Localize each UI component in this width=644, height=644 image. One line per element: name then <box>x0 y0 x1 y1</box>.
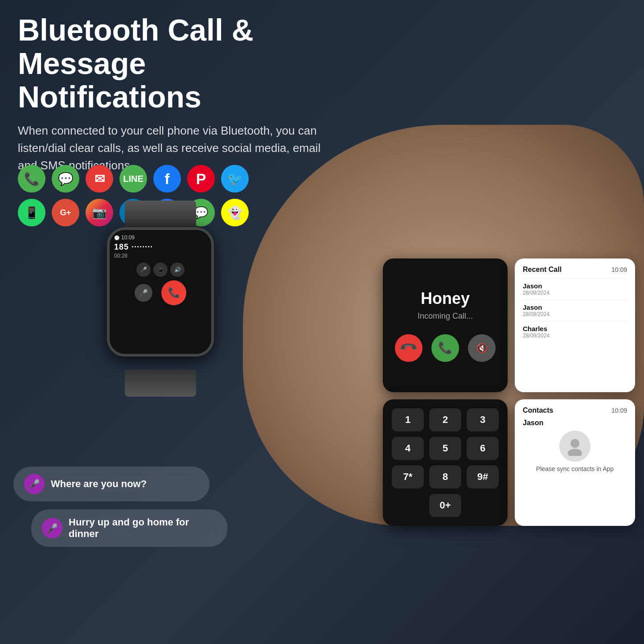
facebook-icon[interactable]: f <box>153 165 181 193</box>
dialpad-key-0[interactable]: 0+ <box>429 494 461 517</box>
voice-bubbles-container: 🎤 Where are you now? 🎤 Hurry up and go h… <box>13 467 236 555</box>
call-status: Incoming Call... <box>418 312 473 321</box>
call-entry-name-1: Jason <box>523 282 627 290</box>
call-entry-name-3: Charles <box>523 325 627 332</box>
watch-call-duration: 00:28 <box>114 253 207 259</box>
gplus-icon[interactable]: G+ <box>52 199 79 226</box>
watch-controls: 🎤 📱 🔊 <box>114 263 207 277</box>
decline-call-button[interactable]: 📞 <box>389 328 428 368</box>
whatsapp-icon[interactable]: 📱 <box>18 199 45 226</box>
dialpad-key-4[interactable]: 4 <box>392 437 424 460</box>
contacts-title: Contacts <box>523 406 553 414</box>
pinterest-icon[interactable]: P <box>187 165 215 193</box>
voice-bubble-2: 🎤 Hurry up and go home for dinner <box>31 509 227 547</box>
call-entry-1: Jason 28/09/2024 <box>523 278 627 299</box>
cards-bottom-row: 1 2 3 4 5 6 7* 8 9# 0+ Contacts 10:09 Ja… <box>383 399 635 526</box>
watch-call-actions: 🎤 📞 <box>114 280 207 305</box>
watch-answer-btn[interactable]: 📞 <box>161 280 186 305</box>
watch-mute-btn[interactable]: 🎤 <box>136 263 151 277</box>
contacts-card: Contacts 10:09 Jason Please sync contact… <box>515 399 635 526</box>
watch-body: 🕐 10:09 185 ········ 00:28 🎤 📱 🔊 🎤 📞 <box>107 227 214 357</box>
recent-call-time: 10:09 <box>611 266 627 273</box>
mic-icon-2: 🎤 <box>42 518 62 538</box>
email-icon[interactable]: ✉ <box>86 165 113 193</box>
call-entry-name-2: Jason <box>523 304 627 311</box>
dialpad-key-7[interactable]: 7* <box>392 465 424 488</box>
watch-mic-mute[interactable]: 🎤 <box>135 284 152 302</box>
call-entry-3: Charles 28/09/2024 <box>523 321 627 342</box>
dialpad-key-5[interactable]: 5 <box>429 437 461 460</box>
cards-top-row: Honey Incoming Call... 📞 📞 🔇 Recent Call… <box>383 258 635 392</box>
contact-name: Jason <box>523 419 627 427</box>
mic-icon-1: 🎤 <box>24 474 45 494</box>
watch-time: 10:09 <box>121 234 135 241</box>
sms-icon[interactable]: 💬 <box>52 165 79 193</box>
smartwatch: 🕐 10:09 185 ········ 00:28 🎤 📱 🔊 🎤 📞 <box>89 214 232 383</box>
call-entry-2: Jason 28/09/2024 <box>523 299 627 321</box>
header-section: Bluetooth Call & Message Notifications W… <box>18 13 330 174</box>
recent-call-title: Recent Call <box>523 266 562 274</box>
dialpad-key-3[interactable]: 3 <box>467 408 499 431</box>
call-entry-date-3: 28/09/2024 <box>523 332 627 339</box>
line-icon[interactable]: LINE <box>119 165 147 193</box>
svg-point-1 <box>568 449 582 456</box>
call-entry-date-1: 28/09/2024 <box>523 290 627 296</box>
watch-band-top <box>125 201 196 227</box>
person-silhouette-icon <box>565 436 585 456</box>
contacts-header: Contacts 10:09 <box>523 406 627 414</box>
app-icons-row-1: 📞 💬 ✉ LINE f P 🐦 <box>18 165 249 193</box>
contact-avatar <box>559 431 591 462</box>
dialpad-key-6[interactable]: 6 <box>467 437 499 460</box>
voice-text-2: Hurry up and go home for dinner <box>69 517 217 540</box>
silent-call-button[interactable]: 🔇 <box>468 334 496 362</box>
recent-call-header: Recent Call 10:09 <box>523 266 627 274</box>
watch-phone-btn[interactable]: 📱 <box>153 263 168 277</box>
twitter-icon[interactable]: 🐦 <box>221 165 249 193</box>
contact-sync-message: Please sync contacts in App <box>523 465 627 472</box>
dialpad-key-2[interactable]: 2 <box>429 408 461 431</box>
phone-cards-area: Honey Incoming Call... 📞 📞 🔇 Recent Call… <box>383 258 635 526</box>
voice-bubble-1: 🎤 Where are you now? <box>13 467 209 501</box>
call-entry-date-2: 28/09/2024 <box>523 311 627 317</box>
dialpad-card: 1 2 3 4 5 6 7* 8 9# 0+ <box>383 399 508 526</box>
dialpad-key-1[interactable]: 1 <box>392 408 424 431</box>
watch-speaker-btn[interactable]: 🔊 <box>170 263 185 277</box>
call-action-buttons: 📞 📞 🔇 <box>395 334 496 362</box>
watch-time-display: 🕐 10:09 <box>114 234 207 241</box>
dialpad-grid: 1 2 3 4 5 6 7* 8 9# 0+ <box>392 408 499 517</box>
watch-caller-number: 185 ········ <box>114 242 207 252</box>
watch-screen: 🕐 10:09 185 ········ 00:28 🎤 📱 🔊 🎤 📞 <box>110 230 211 354</box>
dialpad-key-9[interactable]: 9# <box>467 465 499 488</box>
contacts-time: 10:09 <box>611 407 627 414</box>
incoming-call-card: Honey Incoming Call... 📞 📞 🔇 <box>383 258 508 392</box>
phone-icon[interactable]: 📞 <box>18 165 45 193</box>
watch-band-bottom <box>125 370 196 397</box>
caller-name: Honey <box>421 289 470 308</box>
recent-call-card: Recent Call 10:09 Jason 28/09/2024 Jason… <box>515 258 635 392</box>
dialpad-key-8[interactable]: 8 <box>429 465 461 488</box>
svg-point-0 <box>570 439 579 448</box>
accept-call-button[interactable]: 📞 <box>431 334 459 362</box>
main-title: Bluetooth Call & Message Notifications <box>18 13 330 113</box>
voice-text-1: Where are you now? <box>51 478 147 490</box>
